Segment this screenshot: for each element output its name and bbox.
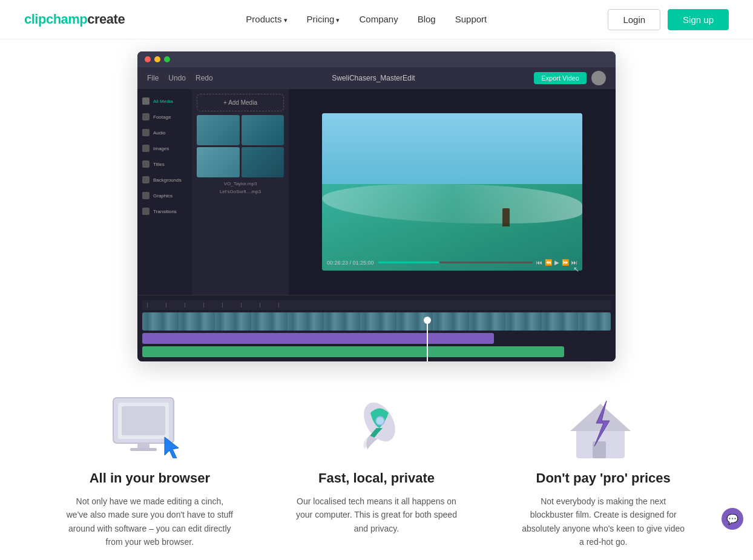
ruler-marker-8	[278, 303, 279, 308]
sidebar-item-backgrounds[interactable]: Backgrounds	[137, 173, 192, 187]
feature-price: Don't pay 'pro' prices Not everybody is …	[490, 392, 717, 549]
sky-bg	[322, 113, 582, 192]
preview-area: 00:26:23 / 01:25:00 ⏮ ⏪ ▶ ⏩ ⏭	[289, 89, 616, 295]
login-button[interactable]: Login	[608, 9, 660, 30]
media-thumb-1[interactable]	[197, 115, 240, 145]
user-avatar[interactable]	[591, 71, 606, 85]
forward-button[interactable]: ⏩	[562, 259, 569, 266]
sidebar-item-all-media[interactable]: All Media	[137, 94, 192, 108]
sidebar-item-audio[interactable]: Audio	[137, 125, 192, 140]
titles-icon	[142, 160, 150, 168]
playhead	[427, 317, 428, 361]
audio-label-1: VO_Taylor.mp3	[197, 181, 284, 186]
ruler-marker-4	[203, 303, 204, 308]
sidebar-label-graphics: Graphics	[153, 193, 173, 199]
nav-link-blog[interactable]: Blog	[418, 14, 436, 24]
backgrounds-icon	[142, 176, 150, 183]
menu-file[interactable]: File	[147, 74, 159, 82]
video-track-content	[142, 312, 611, 331]
sidebar-item-titles[interactable]: Titles	[137, 157, 192, 171]
logo[interactable]: clipchampcreate	[24, 12, 125, 27]
progress-track[interactable]	[378, 262, 533, 263]
feature-browser-desc: Not only have we made editing a cinch, w…	[65, 495, 234, 549]
media-panel: + Add Media VO_Taylor.mp3 Let'sGoSurfi..…	[192, 89, 289, 295]
track-row-video	[142, 312, 611, 331]
logo-text: clipchampcreate	[24, 12, 125, 27]
back-button[interactable]: ⏪	[545, 259, 552, 266]
rewind-button[interactable]: ⏮	[536, 259, 542, 266]
ruler-marker-1	[147, 303, 148, 308]
feature-fast: Fast, local, private Our localised tech …	[263, 392, 490, 549]
media-thumb-4[interactable]	[242, 147, 284, 177]
nav-link-company[interactable]: Company	[359, 14, 398, 24]
nav-link-products[interactable]: Products	[246, 14, 287, 24]
feature-price-title: Don't pay 'pro' prices	[536, 470, 671, 486]
nav-item-company[interactable]: Company	[359, 14, 398, 25]
media-thumb-3[interactable]	[197, 147, 240, 177]
features-section: All in your browser Not only have we mad…	[0, 361, 753, 560]
sidebar-item-graphics[interactable]: Graphics	[137, 188, 192, 203]
tracks-container	[142, 312, 611, 357]
project-title: SweliChasers_MasterEdit	[332, 74, 415, 82]
all-media-icon	[142, 97, 150, 105]
menu-redo[interactable]: Redo	[196, 74, 213, 82]
footage-icon	[142, 113, 150, 120]
app-sidebar: All Media Footage Audio Images Titles	[137, 89, 192, 295]
transitions-icon	[142, 208, 150, 215]
surfer-figure	[502, 208, 510, 226]
audio-track-2[interactable]	[142, 346, 564, 357]
title-bar: File Undo Redo SweliChasers_MasterEdit E…	[137, 67, 616, 89]
audio-files: VO_Taylor.mp3 Let'sGoSurfi....mp3	[197, 181, 284, 194]
svg-point-7	[376, 417, 384, 425]
images-icon	[142, 145, 150, 152]
media-thumb-2[interactable]	[242, 115, 284, 145]
sidebar-item-images[interactable]: Images	[137, 141, 192, 156]
window-chrome	[137, 51, 616, 67]
nav-link-support[interactable]: Support	[455, 14, 487, 24]
graphics-icon	[142, 192, 150, 199]
video-preview: 00:26:23 / 01:25:00 ⏮ ⏪ ▶ ⏩ ⏭	[322, 113, 582, 271]
window-minimize-dot	[154, 56, 160, 62]
nav-item-pricing[interactable]: Pricing	[307, 14, 340, 25]
menu-undo[interactable]: Undo	[168, 74, 186, 82]
ruler-marker-3	[185, 303, 185, 308]
navbar: clipchampcreate Products Pricing Company…	[0, 0, 753, 39]
cursor-indicator: ↖	[573, 265, 579, 274]
add-media-button[interactable]: + Add Media	[197, 94, 284, 111]
ruler-marker-5	[222, 303, 223, 308]
title-bar-right: Export Video	[534, 71, 606, 85]
sidebar-item-footage[interactable]: Footage	[137, 110, 192, 124]
sidebar-label-audio: Audio	[153, 130, 165, 136]
audio-label-2: Let'sGoSurfi....mp3	[197, 189, 284, 194]
nav-link-pricing[interactable]: Pricing	[307, 14, 340, 24]
signup-button[interactable]: Sign up	[668, 9, 729, 30]
lightning-house-icon	[561, 392, 646, 458]
window-close-dot	[145, 56, 151, 62]
feature-browser: All in your browser Not only have we mad…	[36, 392, 263, 549]
video-track[interactable]	[142, 312, 611, 331]
nav-item-support[interactable]: Support	[455, 14, 487, 25]
nav-item-products[interactable]: Products	[246, 14, 287, 25]
rocket-icon	[334, 392, 419, 458]
timeline-ruler	[142, 300, 611, 310]
play-button[interactable]: ▶	[554, 259, 559, 266]
track-row-audio1	[142, 333, 611, 344]
nav-item-blog[interactable]: Blog	[418, 14, 436, 25]
play-controls: ⏮ ⏪ ▶ ⏩ ⏭	[536, 259, 577, 266]
audio-icon	[142, 129, 150, 136]
svg-rect-10	[593, 441, 606, 458]
ruler-marker-6	[241, 303, 242, 308]
sidebar-label-titles: Titles	[153, 162, 165, 167]
audio-track-1[interactable]	[142, 333, 494, 344]
sidebar-label-all-media: All Media	[153, 99, 173, 104]
timeline-section	[137, 295, 616, 361]
nav-actions: Login Sign up	[608, 9, 729, 30]
progress-fill	[378, 262, 440, 263]
ruler-marker-7	[260, 303, 260, 308]
menu-bar: File Undo Redo	[147, 74, 213, 82]
sidebar-item-transitions[interactable]: Transitions	[137, 204, 192, 219]
svg-rect-2	[122, 406, 165, 435]
feature-price-desc: Not everybody is making the next blockbu…	[519, 495, 688, 549]
export-button[interactable]: Export Video	[534, 72, 587, 84]
browser-cursor-icon	[107, 392, 192, 458]
